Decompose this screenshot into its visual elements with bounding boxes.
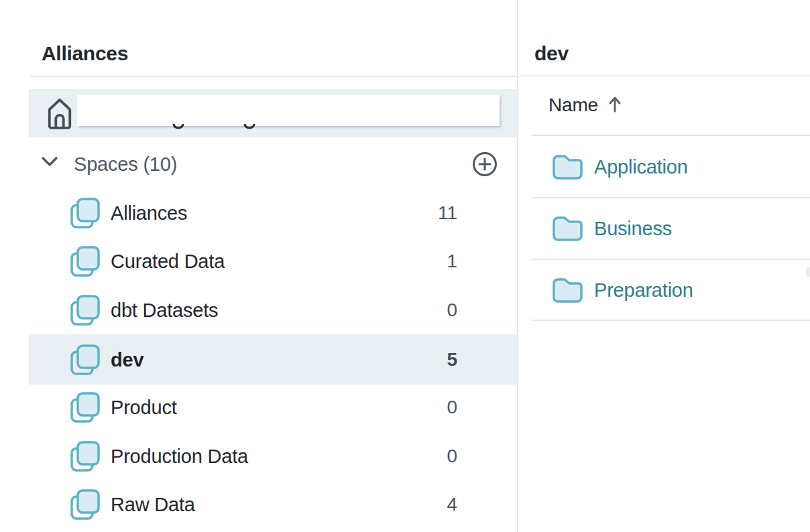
space-name: Alliances [111, 202, 187, 224]
sidebar-item-raw-data[interactable]: Raw Data 4 [29, 480, 517, 529]
spaces-section-label: Spaces (10) [74, 153, 177, 175]
folder-link: Business [594, 218, 672, 240]
folder-row-preparation[interactable]: Preparation [520, 259, 810, 321]
space-name: Product [111, 397, 177, 419]
redacted-text-descenders [172, 122, 256, 134]
clipped-edge-element [806, 267, 810, 277]
name-column-label: Name [548, 94, 598, 116]
space-count: 5 [447, 349, 457, 371]
space-icon [69, 440, 100, 472]
space-icon [69, 391, 100, 423]
space-icon [69, 245, 100, 277]
space-home-row[interactable] [29, 89, 517, 137]
table-header-name[interactable]: Name [548, 94, 622, 116]
space-icon [69, 344, 100, 376]
spaces-section-header: Spaces (10) [0, 149, 517, 180]
space-name: dev [111, 348, 143, 371]
content-title-divider [520, 75, 810, 76]
space-count: 4 [447, 494, 457, 515]
sidebar-title-divider [30, 76, 517, 77]
page-title: dev [534, 43, 569, 64]
sidebar-item-dev[interactable]: dev 5 [29, 334, 517, 385]
space-name: dbt Datasets [111, 300, 218, 322]
space-name: Raw Data [111, 494, 195, 516]
folder-row-business[interactable]: Business [520, 198, 810, 259]
panel-divider [517, 0, 518, 532]
plus-circle-icon [471, 170, 498, 180]
space-count: 1 [447, 251, 457, 272]
sidebar-item-product[interactable]: Product 0 [29, 383, 517, 431]
sidebar-item-production-data[interactable]: Production Data 0 [29, 432, 517, 480]
space-count: 11 [438, 202, 457, 224]
folder-link: Application [594, 156, 688, 178]
folder-icon [552, 216, 583, 241]
space-name: Curated Data [111, 251, 225, 273]
folder-row-application[interactable]: Application [520, 136, 810, 198]
space-name: Production Data [111, 446, 248, 468]
chevron-down-icon[interactable] [41, 155, 58, 168]
sidebar-item-alliances[interactable]: Alliances 11 [29, 189, 517, 237]
space-icon [69, 197, 100, 229]
redacted-home-label [77, 95, 500, 126]
space-icon [69, 294, 100, 326]
sidebar-item-curated-data[interactable]: Curated Data 1 [29, 237, 517, 285]
folder-link: Preparation [594, 279, 693, 302]
add-space-button[interactable] [471, 151, 498, 178]
arrow-up-icon [608, 95, 622, 116]
sidebar-title: Alliances [42, 43, 128, 64]
space-icon [69, 488, 100, 521]
space-count: 0 [447, 446, 457, 467]
space-count: 0 [447, 300, 457, 321]
row-divider [532, 320, 810, 321]
sidebar-item-dbt-datasets[interactable]: dbt Datasets 0 [29, 286, 517, 334]
space-count: 0 [447, 397, 457, 418]
home-icon [46, 96, 73, 133]
app-window: Alliances [0, 0, 810, 532]
folder-icon [552, 277, 583, 303]
folder-icon [552, 154, 583, 180]
